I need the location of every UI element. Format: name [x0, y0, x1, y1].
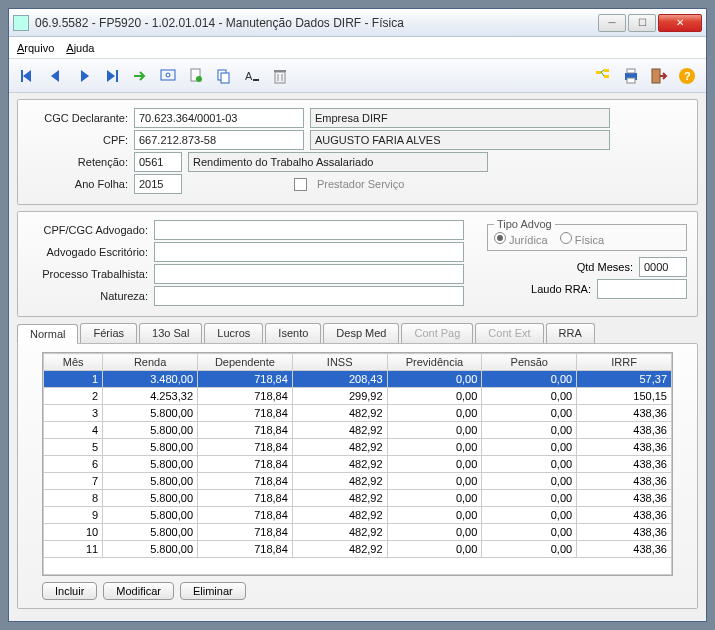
- cell[interactable]: 0,00: [387, 507, 482, 524]
- col-dep[interactable]: Dependente: [198, 354, 293, 371]
- proc-field[interactable]: [154, 264, 464, 284]
- cell[interactable]: 482,92: [292, 507, 387, 524]
- ano-field[interactable]: [134, 174, 182, 194]
- cell[interactable]: 482,92: [292, 473, 387, 490]
- tree-button[interactable]: [590, 63, 616, 89]
- help-button[interactable]: ?: [674, 63, 700, 89]
- cell[interactable]: 0,00: [482, 541, 577, 558]
- table-row[interactable]: 115.800,00718,84482,920,000,00438,36: [44, 541, 672, 558]
- minimize-button[interactable]: ─: [598, 14, 626, 32]
- adv-esc-field[interactable]: [154, 242, 464, 262]
- cell[interactable]: 6: [44, 456, 103, 473]
- cell[interactable]: 0,00: [482, 439, 577, 456]
- cell[interactable]: 482,92: [292, 439, 387, 456]
- table-row[interactable]: 13.480,00718,84208,430,000,0057,37: [44, 371, 672, 388]
- tab-normal[interactable]: Normal: [17, 324, 78, 344]
- cell[interactable]: 718,84: [198, 541, 293, 558]
- cell[interactable]: 1: [44, 371, 103, 388]
- prestador-checkbox[interactable]: [294, 178, 307, 191]
- col-renda[interactable]: Renda: [103, 354, 198, 371]
- table-row[interactable]: 85.800,00718,84482,920,000,00438,36: [44, 490, 672, 507]
- close-button[interactable]: ✕: [658, 14, 702, 32]
- table-row[interactable]: 45.800,00718,84482,920,000,00438,36: [44, 422, 672, 439]
- col-irrf[interactable]: IRRF: [577, 354, 672, 371]
- cell[interactable]: 438,36: [577, 524, 672, 541]
- font-button[interactable]: A: [239, 63, 265, 89]
- maximize-button[interactable]: ☐: [628, 14, 656, 32]
- table-row[interactable]: 105.800,00718,84482,920,000,00438,36: [44, 524, 672, 541]
- cell[interactable]: 482,92: [292, 524, 387, 541]
- table-row[interactable]: 75.800,00718,84482,920,000,00438,36: [44, 473, 672, 490]
- copy-button[interactable]: [211, 63, 237, 89]
- tab-despmed[interactable]: Desp Med: [323, 323, 399, 343]
- cell[interactable]: 438,36: [577, 473, 672, 490]
- cell[interactable]: 5.800,00: [103, 422, 198, 439]
- cell[interactable]: 438,36: [577, 541, 672, 558]
- cell[interactable]: 0,00: [482, 524, 577, 541]
- tab-ferias[interactable]: Férias: [80, 323, 137, 343]
- table-row[interactable]: 65.800,00718,84482,920,000,00438,36: [44, 456, 672, 473]
- cell[interactable]: 11: [44, 541, 103, 558]
- cell[interactable]: 718,84: [198, 456, 293, 473]
- incluir-button[interactable]: Incluir: [42, 582, 97, 600]
- cell[interactable]: 5.800,00: [103, 439, 198, 456]
- new-button[interactable]: [183, 63, 209, 89]
- nav-first-button[interactable]: [15, 63, 41, 89]
- table-row[interactable]: 24.253,32718,84299,920,000,00150,15: [44, 388, 672, 405]
- cell[interactable]: 5.800,00: [103, 507, 198, 524]
- cell[interactable]: 5.800,00: [103, 405, 198, 422]
- cell[interactable]: 3.480,00: [103, 371, 198, 388]
- cell[interactable]: 208,43: [292, 371, 387, 388]
- cell[interactable]: 0,00: [482, 490, 577, 507]
- cell[interactable]: 4: [44, 422, 103, 439]
- cell[interactable]: 7: [44, 473, 103, 490]
- cell[interactable]: 0,00: [387, 388, 482, 405]
- table-row[interactable]: 55.800,00718,84482,920,000,00438,36: [44, 439, 672, 456]
- nav-prev-button[interactable]: [43, 63, 69, 89]
- cell[interactable]: 9: [44, 507, 103, 524]
- cell[interactable]: 718,84: [198, 405, 293, 422]
- cell[interactable]: 5.800,00: [103, 490, 198, 507]
- cell[interactable]: 718,84: [198, 490, 293, 507]
- cell[interactable]: 5.800,00: [103, 456, 198, 473]
- tab-contpag[interactable]: Cont Pag: [401, 323, 473, 343]
- cell[interactable]: 8: [44, 490, 103, 507]
- cpf-field[interactable]: [134, 130, 304, 150]
- cell[interactable]: 718,84: [198, 524, 293, 541]
- cell[interactable]: 482,92: [292, 456, 387, 473]
- cell[interactable]: 5.800,00: [103, 524, 198, 541]
- cell[interactable]: 438,36: [577, 507, 672, 524]
- cell[interactable]: 482,92: [292, 490, 387, 507]
- nav-last-button[interactable]: [99, 63, 125, 89]
- retencao-cod-field[interactable]: [134, 152, 182, 172]
- tab-rra[interactable]: RRA: [546, 323, 595, 343]
- cell[interactable]: 718,84: [198, 388, 293, 405]
- cell[interactable]: 10: [44, 524, 103, 541]
- cell[interactable]: 0,00: [482, 371, 577, 388]
- delete-button[interactable]: [267, 63, 293, 89]
- cell[interactable]: 0,00: [482, 473, 577, 490]
- print-button[interactable]: [618, 63, 644, 89]
- col-prev[interactable]: Previdência: [387, 354, 482, 371]
- cell[interactable]: 438,36: [577, 456, 672, 473]
- cell[interactable]: 57,37: [577, 371, 672, 388]
- laudo-field[interactable]: [597, 279, 687, 299]
- grid[interactable]: Mês Renda Dependente INSS Previdência Pe…: [42, 352, 673, 576]
- cell[interactable]: 4.253,32: [103, 388, 198, 405]
- cell[interactable]: 0,00: [387, 405, 482, 422]
- tab-isento[interactable]: Isento: [265, 323, 321, 343]
- nat-field[interactable]: [154, 286, 464, 306]
- table-row[interactable]: 35.800,00718,84482,920,000,00438,36: [44, 405, 672, 422]
- cell[interactable]: 0,00: [482, 405, 577, 422]
- cell[interactable]: 438,36: [577, 422, 672, 439]
- search-button[interactable]: [155, 63, 181, 89]
- cell[interactable]: 2: [44, 388, 103, 405]
- cell[interactable]: 438,36: [577, 405, 672, 422]
- col-inss[interactable]: INSS: [292, 354, 387, 371]
- cell[interactable]: 0,00: [482, 456, 577, 473]
- cell[interactable]: 0,00: [482, 388, 577, 405]
- cell[interactable]: 0,00: [482, 507, 577, 524]
- cell[interactable]: 438,36: [577, 490, 672, 507]
- cell[interactable]: 718,84: [198, 371, 293, 388]
- tab-lucros[interactable]: Lucros: [204, 323, 263, 343]
